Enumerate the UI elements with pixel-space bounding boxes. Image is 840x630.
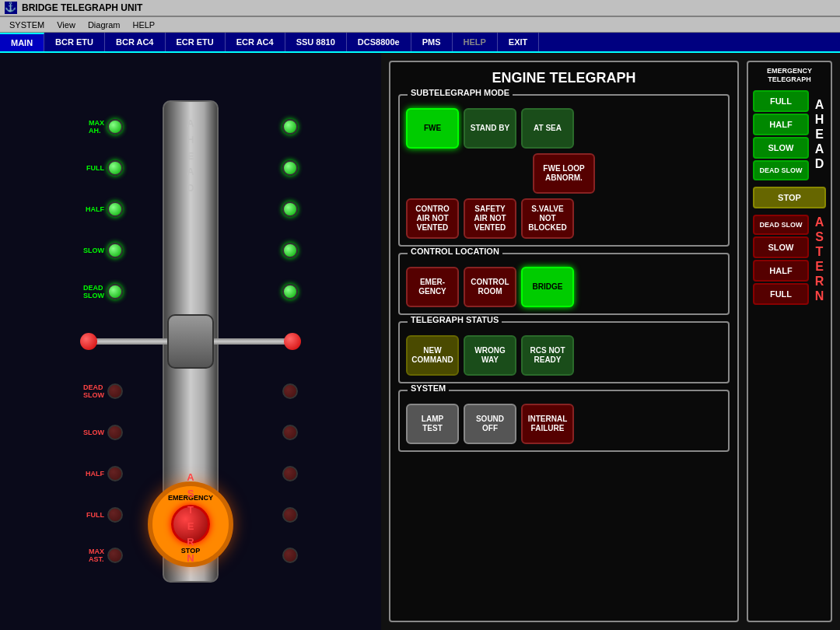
led-dead-slow-ah-right xyxy=(282,284,298,299)
led-dead-slow-ah-left xyxy=(107,284,123,299)
btn-lamp-test[interactable]: LAMP TEST xyxy=(406,404,459,444)
ind-row-slow-as: SLOW xyxy=(83,425,123,440)
emerg-ahead-section: FULL HALF SLOW DEAD SLOW AHEAD xyxy=(753,90,826,180)
tab-ssu-8810[interactable]: SSU 8810 xyxy=(285,33,347,51)
btn-wrong-way[interactable]: WRONG WAY xyxy=(464,335,516,376)
btn-safety-air[interactable]: SAFETY AIR NOT VENTED xyxy=(464,198,516,239)
emerg-btn-slow-astern[interactable]: SLOW xyxy=(753,236,809,258)
btn-bridge[interactable]: BRIDGE xyxy=(521,267,574,307)
led-max-ah-left xyxy=(107,119,123,135)
led-half-as-right xyxy=(282,466,298,481)
emergency-stop-inner xyxy=(171,505,210,544)
btn-internal-failure[interactable]: INTERNAL FAILURE xyxy=(521,404,574,444)
led-max-ast-left xyxy=(107,548,123,563)
led-slow-as-right xyxy=(282,425,298,440)
rod-end-left xyxy=(80,333,97,350)
led-half-as-left xyxy=(107,466,123,481)
rod-end-right xyxy=(284,333,301,350)
btn-emergency-loc[interactable]: EMER-GENCY xyxy=(406,267,459,307)
btn-fwe-loop-abnorm[interactable]: FWE LOOP ABNORM. xyxy=(533,153,595,194)
ind-row-slow-ah: SLOW xyxy=(83,243,123,258)
ind-row-max-ast-r xyxy=(282,548,298,563)
menu-view[interactable]: View xyxy=(51,17,82,33)
ind-row-max-ah-r xyxy=(282,119,298,135)
ind-row-full-ah-r xyxy=(282,160,298,176)
btn-contro-air[interactable]: CONTRO AIR NOT VENTED xyxy=(406,198,459,239)
led-full-as-left xyxy=(107,507,123,523)
led-slow-ah-right xyxy=(282,243,298,258)
emerg-btn-slow-ahead[interactable]: SLOW xyxy=(753,137,809,159)
emerg-btn-full-astern[interactable]: FULL xyxy=(753,283,809,305)
ind-row-slow-as-r xyxy=(282,425,298,440)
label-slow-as: SLOW xyxy=(83,429,104,436)
btn-control-room[interactable]: CONTROL ROOM xyxy=(464,267,516,307)
menu-system[interactable]: SYSTEM xyxy=(3,17,51,33)
telegraph-status-buttons: NEW COMMAND WRONG WAY RCS NOT READY xyxy=(406,335,722,376)
menu-diagram[interactable]: Diagram xyxy=(82,17,127,33)
tab-exit[interactable]: EXIT xyxy=(498,33,539,51)
ind-row-dead-slow-as: DEADSLOW xyxy=(83,383,123,399)
led-full-as-right xyxy=(282,507,298,523)
ind-row-half-ah-r xyxy=(282,201,298,217)
btn-s-valve[interactable]: S.VALVE NOT BLOCKED xyxy=(521,198,574,239)
btn-at-sea[interactable]: AT SEA xyxy=(521,108,574,149)
ind-row-full-as: FULL xyxy=(86,507,123,523)
emerg-btn-dead-slow-ahead[interactable]: DEAD SLOW xyxy=(753,160,809,180)
tab-main[interactable]: MAIN xyxy=(0,33,44,51)
main-content: AHEAD ASTERN MAXAH. FULL xyxy=(0,53,840,630)
subtelegraph-label: SUBTELEGRAPH MODE xyxy=(408,88,513,97)
btn-stand-by[interactable]: STAND BY xyxy=(464,108,516,149)
menu-help[interactable]: HELP xyxy=(126,17,161,33)
telegraph-status-section: TELEGRAPH STATUS NEW COMMAND WRONG WAY R… xyxy=(398,321,730,383)
led-dead-slow-as-right xyxy=(282,383,298,399)
emerg-ahead-text: AHEAD xyxy=(812,98,826,172)
emerg-astern-buttons: DEAD SLOW SLOW HALF FULL xyxy=(753,215,809,305)
led-dead-slow-as-left xyxy=(107,383,123,399)
system-label: SYSTEM xyxy=(408,383,449,393)
emerg-btn-half-ahead[interactable]: HALF xyxy=(753,114,809,135)
emerg-astern-section: DEAD SLOW SLOW HALF FULL ASTERN xyxy=(753,215,826,305)
label-max-ast: MAXAST. xyxy=(89,548,104,563)
telegraph-status-label: TELEGRAPH STATUS xyxy=(408,315,502,324)
subtelegraph-buttons-row3: CONTRO AIR NOT VENTED SAFETY AIR NOT VEN… xyxy=(406,198,722,239)
emerg-astern-text: ASTERN xyxy=(812,215,826,304)
tab-dcs8800e[interactable]: DCS8800e xyxy=(347,33,411,51)
emergency-stop-top-text: EMERGENCY xyxy=(168,494,213,502)
right-indicators-ahead xyxy=(282,93,298,327)
left-indicators-ahead: MAXAH. FULL HALF SLOW DEADSLOW xyxy=(83,93,123,327)
telegraph-visual: AHEAD ASTERN MAXAH. FULL xyxy=(82,93,299,590)
emerg-ahead-buttons: FULL HALF SLOW DEAD SLOW xyxy=(753,90,809,180)
led-slow-as-left xyxy=(107,425,123,440)
label-full-as: FULL xyxy=(86,511,104,519)
system-section: SYSTEM LAMP TEST SOUND OFF INTERNAL FAIL… xyxy=(398,390,730,452)
control-location-buttons: EMER-GENCY CONTROL ROOM BRIDGE xyxy=(406,267,722,307)
emerg-btn-dead-slow-astern[interactable]: DEAD SLOW xyxy=(753,215,809,235)
emergency-stop-button[interactable]: EMERGENCY STOP xyxy=(148,481,233,567)
btn-new-command[interactable]: NEW COMMAND xyxy=(406,335,459,376)
ind-row-full-as-r xyxy=(282,507,298,523)
tab-pms[interactable]: PMS xyxy=(411,33,453,51)
led-max-ast-right xyxy=(282,548,298,563)
led-slow-ah-left xyxy=(107,243,123,258)
ind-row-half-as-r xyxy=(282,466,298,481)
ind-row-full-ah: FULL xyxy=(86,160,123,176)
emerg-btn-half-astern[interactable]: HALF xyxy=(753,260,809,282)
tab-ecr-ac4[interactable]: ECR AC4 xyxy=(226,33,285,51)
led-half-ah-left xyxy=(107,201,123,217)
emerg-btn-stop[interactable]: STOP xyxy=(753,187,826,208)
led-half-ah-right xyxy=(282,201,298,217)
btn-sound-off[interactable]: SOUND OFF xyxy=(464,404,516,444)
left-indicators-astern: DEADSLOW SLOW HALF FULL MAXAST. xyxy=(83,356,123,590)
tab-ecr-etu[interactable]: ECR ETU xyxy=(166,33,226,51)
tab-bcr-ac4[interactable]: BCR AC4 xyxy=(105,33,166,51)
emerg-btn-full-ahead[interactable]: FULL xyxy=(753,90,809,112)
ind-row-max-ah: MAXAH. xyxy=(89,119,123,135)
led-max-ah-right xyxy=(282,119,298,135)
led-full-ah-right xyxy=(282,160,298,176)
menu-bar: SYSTEM View Diagram HELP xyxy=(0,17,840,33)
ind-row-dead-slow-as-r xyxy=(282,383,298,399)
ind-row-slow-ah-r xyxy=(282,243,298,258)
tab-bcr-etu[interactable]: BCR ETU xyxy=(44,33,105,51)
btn-fwe[interactable]: FWE xyxy=(406,108,459,149)
btn-rcs-not-ready[interactable]: RCS NOT READY xyxy=(521,335,574,376)
